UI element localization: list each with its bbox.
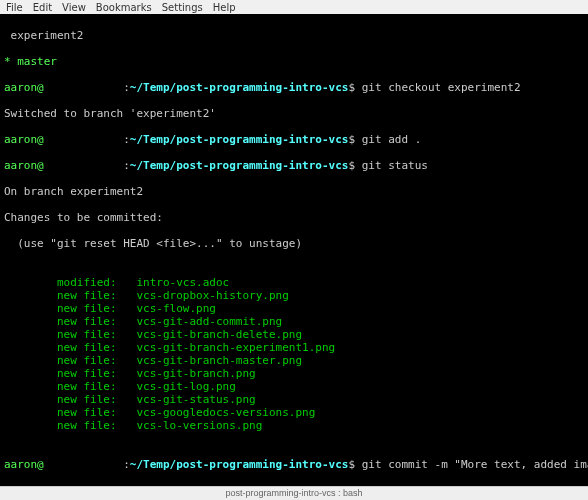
prompt-cwd: ~/Temp/post-programming-intro-vcs bbox=[130, 81, 349, 94]
cmd-add: git add . bbox=[362, 133, 422, 146]
menu-help[interactable]: Help bbox=[213, 2, 236, 13]
menu-edit[interactable]: Edit bbox=[33, 2, 52, 13]
menu-file[interactable]: File bbox=[6, 2, 23, 13]
staged-file: new file: vcs-lo-versions.png bbox=[4, 419, 584, 432]
prompt-user: aaron@ bbox=[4, 81, 44, 94]
output-changes: Changes to be committed: bbox=[4, 211, 584, 224]
staged-file: new file: vcs-googledocs-versions.png bbox=[4, 406, 584, 419]
staged-file: new file: vcs-git-branch-experiment1.png bbox=[4, 341, 584, 354]
menu-view[interactable]: View bbox=[62, 2, 86, 13]
staged-files-list: modified: intro-vcs.adoc new file: vcs-d… bbox=[4, 276, 584, 432]
output-on-branch: On branch experiment2 bbox=[4, 185, 584, 198]
staged-file: modified: intro-vcs.adoc bbox=[4, 276, 584, 289]
terminal-output[interactable]: experiment2 * master aaron@ :~/Temp/post… bbox=[0, 14, 588, 500]
staged-file: new file: vcs-git-branch-delete.png bbox=[4, 328, 584, 341]
staged-file: new file: vcs-git-branch.png bbox=[4, 367, 584, 380]
staged-file: new file: vcs-git-log.png bbox=[4, 380, 584, 393]
prompt-line: aaron@ :~/Temp/post-programming-intro-vc… bbox=[4, 458, 584, 471]
prompt-line: aaron@ :~/Temp/post-programming-intro-vc… bbox=[4, 159, 584, 172]
menu-settings[interactable]: Settings bbox=[162, 2, 203, 13]
staged-file: new file: vcs-flow.png bbox=[4, 302, 584, 315]
cmd-status: git status bbox=[362, 159, 428, 172]
cmd-checkout: git checkout experiment2 bbox=[362, 81, 521, 94]
staged-file: new file: vcs-git-branch-master.png bbox=[4, 354, 584, 367]
cmd-commit: git commit -m "More text, added images." bbox=[362, 458, 588, 471]
menu-bar: File Edit View Bookmarks Settings Help bbox=[0, 0, 588, 14]
branch-indicator: * master bbox=[4, 55, 584, 68]
staged-file: new file: vcs-git-add-commit.png bbox=[4, 315, 584, 328]
staged-file: new file: vcs-dropbox-history.png bbox=[4, 289, 584, 302]
output-switched: Switched to branch 'experiment2' bbox=[4, 107, 584, 120]
staged-file: new file: vcs-git-status.png bbox=[4, 393, 584, 406]
prompt-line: aaron@ :~/Temp/post-programming-intro-vc… bbox=[4, 81, 584, 94]
terminal-tab: experiment2 bbox=[4, 29, 584, 42]
prompt-line: aaron@ :~/Temp/post-programming-intro-vc… bbox=[4, 133, 584, 146]
menu-bookmarks[interactable]: Bookmarks bbox=[96, 2, 152, 13]
status-bar: post-programming-intro-vcs : bash bbox=[0, 486, 588, 500]
output-unstage-hint: (use "git reset HEAD <file>..." to unsta… bbox=[4, 237, 584, 250]
